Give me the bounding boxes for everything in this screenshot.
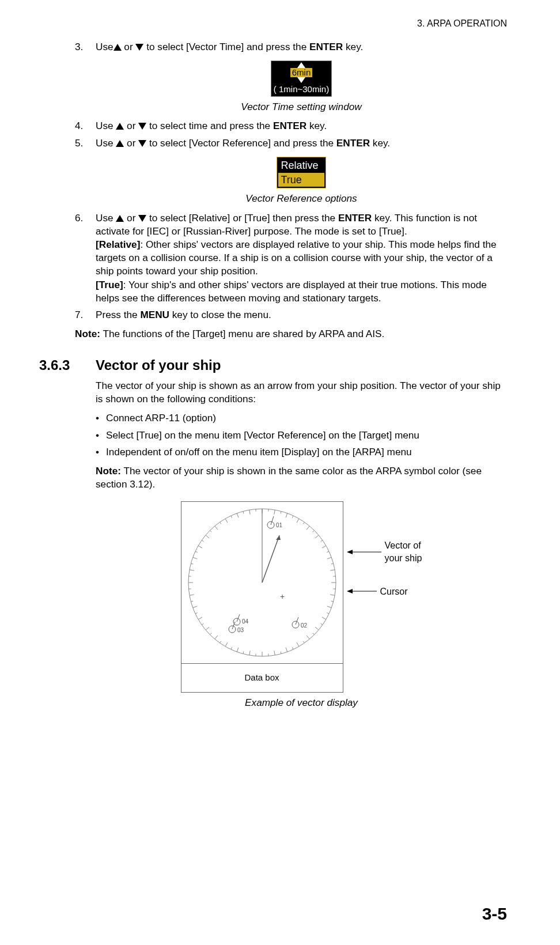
svg-line-41 <box>292 648 293 650</box>
radar-figure: + 01 02 03 <box>96 501 507 692</box>
step-text: Use <box>96 120 116 131</box>
note-paragraph: Note: The functions of the [Target] menu… <box>75 327 507 341</box>
note-text: The functions of the [Target] menu are s… <box>100 328 384 339</box>
step-text: to select [Vector Reference] and press t… <box>146 137 336 149</box>
svg-line-79 <box>243 512 243 514</box>
step-text: to select time and press the <box>146 120 273 131</box>
mode-label-relative: [Relative] <box>96 239 140 250</box>
svg-line-17 <box>303 523 304 524</box>
svg-line-73 <box>210 531 211 532</box>
step-text: key. <box>343 41 363 52</box>
step-number: 3. <box>75 40 83 54</box>
svg-line-51 <box>230 648 232 650</box>
svg-line-36 <box>315 628 318 630</box>
svg-line-16 <box>297 519 299 523</box>
target-label: 02 <box>301 622 308 629</box>
step-text: Use <box>96 212 116 224</box>
note-label: Note: <box>96 465 121 477</box>
svg-line-54 <box>214 636 217 639</box>
svg-line-71 <box>202 540 203 542</box>
note-label: Note: <box>75 328 100 339</box>
bullet-list: Connect ARP-11 (option) Select [True] on… <box>96 411 507 459</box>
callout-vector: Vector of your ship <box>347 539 422 564</box>
page-number: 3-5 <box>482 902 507 926</box>
vector-time-window: 6min ( 1min~30min) <box>271 61 332 97</box>
arrow-up-icon <box>271 61 331 68</box>
radar-databox-label: Data box <box>181 663 343 691</box>
svg-line-88 <box>271 516 274 525</box>
svg-line-77 <box>230 516 232 518</box>
svg-text:+: + <box>279 592 284 601</box>
svg-line-38 <box>307 636 309 639</box>
svg-marker-6 <box>116 140 124 147</box>
running-header: 3. ARPA OPERATION <box>39 17 507 30</box>
svg-line-70 <box>198 546 202 548</box>
triangle-up-icon <box>116 215 124 222</box>
svg-line-53 <box>220 641 221 643</box>
vector-reference-window: Relative True <box>277 157 326 189</box>
step-text: or <box>124 137 138 149</box>
mode-text-relative: : Other ships' vectors are displayed rel… <box>96 239 497 277</box>
arrow-left-icon <box>347 549 381 555</box>
svg-line-90 <box>296 617 298 625</box>
key-name: ENTER <box>336 137 370 149</box>
callout-text: Vector of <box>385 540 421 550</box>
svg-line-62 <box>189 595 194 595</box>
svg-line-39 <box>303 641 304 643</box>
svg-line-25 <box>331 564 333 564</box>
svg-line-23 <box>327 551 329 553</box>
vector-time-value: 6min <box>290 68 313 77</box>
svg-line-48 <box>249 651 249 656</box>
vector-time-range: ( 1min~30min) <box>271 83 331 96</box>
figure-callouts: Vector of your ship Cursor <box>347 501 422 598</box>
svg-line-80 <box>249 510 249 515</box>
svg-line-74 <box>214 526 217 530</box>
step-text: Press the <box>96 309 140 320</box>
svg-line-12 <box>274 510 274 515</box>
svg-line-42 <box>286 648 287 652</box>
svg-line-40 <box>297 642 299 647</box>
svg-line-72 <box>205 535 209 538</box>
step-number: 5. <box>75 137 83 150</box>
step-number: 7. <box>75 308 83 322</box>
svg-line-30 <box>330 595 335 595</box>
svg-line-75 <box>220 523 221 524</box>
svg-line-15 <box>292 516 293 518</box>
target-label: 03 <box>237 627 244 633</box>
svg-line-67 <box>191 564 193 564</box>
svg-line-66 <box>189 570 194 570</box>
svg-marker-1 <box>135 44 143 51</box>
step-text: key. <box>307 120 327 131</box>
key-name: ENTER <box>338 212 372 224</box>
svg-line-94 <box>237 614 240 622</box>
step-text: or <box>122 41 136 52</box>
step-number: 6. <box>75 211 83 225</box>
arrow-down-icon <box>271 77 331 83</box>
mode-label-true: [True] <box>96 279 123 290</box>
step-text: to select [Vector Time] and press the <box>143 41 309 52</box>
page: 3. ARPA OPERATION 3. Use or to select [V… <box>0 0 560 945</box>
svg-line-26 <box>330 570 335 570</box>
vector-reference-window-figure: Relative True <box>96 157 507 189</box>
svg-line-13 <box>281 512 281 514</box>
step-text: Use <box>96 137 116 149</box>
svg-line-20 <box>315 535 318 538</box>
svg-line-18 <box>307 526 309 530</box>
svg-line-32 <box>327 606 331 608</box>
step-6: 6. Use or to select [Relative] or [True]… <box>75 211 507 305</box>
svg-line-84 <box>262 535 279 583</box>
callout-cursor: Cursor <box>347 585 422 598</box>
triangle-down-icon <box>138 140 146 147</box>
step-7: 7. Press the MENU key to close the menu. <box>75 308 507 322</box>
vector-time-value-row: 6min <box>271 68 331 77</box>
triangle-down-icon <box>135 44 143 51</box>
figure-caption: Example of vector display <box>96 696 507 709</box>
section-intro: The vector of your ship is shown as an a… <box>96 379 507 406</box>
svg-line-78 <box>237 513 239 518</box>
key-name: ENTER <box>273 120 307 131</box>
section-title: Vector of your ship <box>96 356 221 375</box>
svg-line-58 <box>198 617 202 619</box>
list-item: Independent of on/off on the menu item [… <box>96 445 507 459</box>
svg-line-44 <box>274 651 274 656</box>
mode-text-true: : Your ship's and other ships' vectors a… <box>96 279 487 304</box>
